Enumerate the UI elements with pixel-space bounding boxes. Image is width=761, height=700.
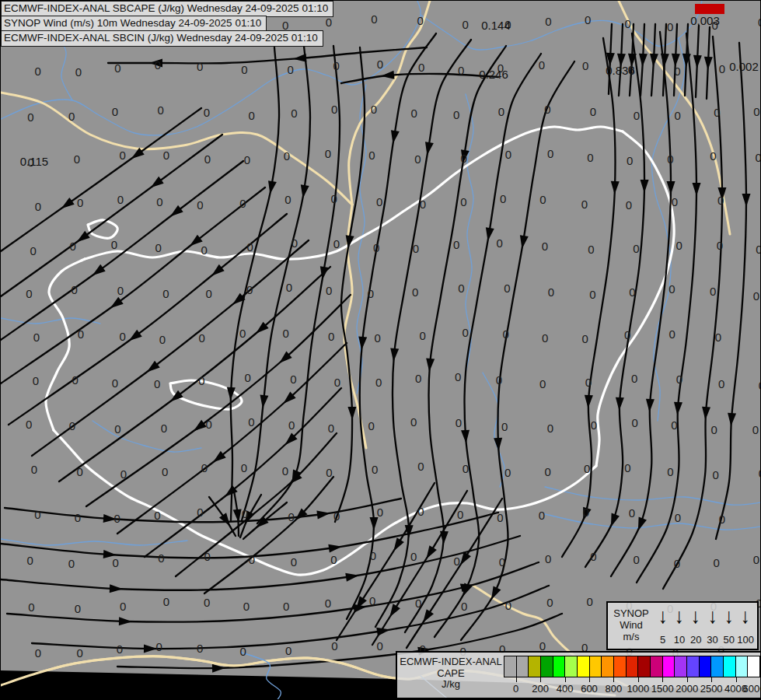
station-value-zero: 0 (585, 376, 592, 389)
streamline-arrowhead (423, 609, 434, 622)
station-value-zero: 0 (162, 465, 168, 478)
cape-color-cell (516, 656, 529, 677)
station-value-zero: 0 (752, 423, 759, 436)
wind-scale-entry: ↓30 (704, 604, 721, 647)
red-annotation-marker (695, 4, 724, 14)
station-value-zero: 0 (244, 371, 250, 384)
cape-color-cell (747, 656, 759, 677)
station-value-zero: 0 (241, 461, 247, 474)
cape-tick (540, 677, 541, 682)
station-value-zero: 0 (634, 109, 640, 122)
cape-color-cell (723, 656, 735, 677)
station-value-zero: 0 (326, 284, 332, 297)
station-value-zero: 0 (583, 506, 589, 519)
station-value-zero: 0 (246, 283, 253, 296)
wind-legend-line-synop: SYNOP (608, 607, 655, 619)
streamline-arrowhead (110, 297, 124, 308)
wind-streamline (7, 562, 539, 622)
station-value-zero: 0 (26, 287, 32, 300)
station-value-zero: 0 (629, 285, 635, 299)
station-value-zero: 0 (458, 282, 464, 295)
station-value-zero: 0 (417, 14, 424, 27)
wind-scale-value: 10 (674, 635, 685, 647)
station-value-zero: 0 (113, 512, 120, 525)
station-value-zero: 0 (676, 373, 682, 386)
station-value-zero: 0 (496, 373, 502, 387)
station-value-zero: 0 (240, 645, 246, 658)
station-value-zero: 0 (112, 376, 118, 390)
station-value-zero: 0 (71, 283, 77, 296)
station-value-zero: 0 (413, 242, 419, 255)
station-value-zero: 0 (242, 507, 248, 520)
station-value-zero: 0 (331, 639, 337, 653)
station-value-zero: 0 (368, 419, 374, 432)
streamline-arrowhead (639, 54, 648, 67)
station-value-zero: 0 (462, 18, 468, 31)
station-value-zero: 0 (633, 242, 639, 255)
streamline-arrowhead (638, 517, 647, 531)
station-value-label: 0.144 (481, 19, 511, 32)
wind-streamline (204, 477, 333, 593)
streamline-arrowhead (693, 183, 701, 196)
station-value-zero: 0 (542, 331, 548, 345)
station-value-zero: 0 (161, 422, 167, 435)
station-value-zero: 0 (34, 508, 40, 521)
station-value-zero: 0 (204, 596, 210, 609)
station-value-zero: 0 (206, 287, 212, 300)
station-value-zero: 0 (198, 374, 204, 387)
wind-legend-line-wind: Wind (608, 619, 655, 631)
station-value-zero: 0 (291, 555, 297, 569)
station-value-zero: 0 (497, 511, 503, 524)
station-value-zero: 0 (410, 550, 417, 563)
station-value-zero: 0 (326, 466, 332, 479)
wind-streamline (407, 499, 502, 648)
streamline-arrowhead (93, 264, 106, 275)
station-value-zero: 0 (325, 147, 331, 160)
cape-color-cell (553, 656, 565, 677)
station-value-zero: 0 (285, 193, 291, 206)
station-value-zero: 0 (591, 418, 597, 432)
streamline-arrowhead (426, 545, 437, 558)
down-arrow-icon: ↓ (707, 604, 717, 628)
station-value-zero: 0 (588, 243, 594, 256)
station-value-zero: 0 (544, 103, 550, 116)
streamline-arrowhead (61, 198, 75, 208)
station-value-zero: 0 (372, 463, 378, 476)
station-value-zero: 0 (581, 198, 588, 211)
station-value-zero: 0 (502, 327, 508, 341)
wind-streamline (716, 43, 746, 539)
streamline-arrowhead (742, 194, 751, 207)
station-value-zero: 0 (505, 599, 511, 612)
station-value-zero: 0 (377, 58, 383, 71)
cape-tick (736, 677, 737, 682)
station-value-zero: 0 (328, 330, 334, 343)
station-value-zero: 0 (197, 506, 203, 519)
station-value-zero: 0 (546, 596, 553, 609)
streamline-arrowhead (353, 604, 367, 613)
station-value-zero: 0 (201, 243, 207, 257)
cape-color-cell (626, 656, 638, 677)
station-value-zero: 0 (753, 105, 759, 118)
wind-streamline (435, 54, 541, 637)
streamline-arrowhead (611, 513, 620, 527)
station-value-zero: 0 (758, 16, 761, 29)
station-value-zero: 0 (328, 422, 334, 435)
cape-legend-label: ECMWF-INDEX-ANAL CAPE J/kg (399, 654, 503, 691)
station-value-zero: 0 (539, 509, 545, 522)
station-value-zero: 0 (453, 108, 459, 121)
cape-color-cell (686, 656, 699, 677)
station-value-zero: 0 (111, 238, 117, 251)
station-value-zero: 0 (582, 332, 588, 345)
station-value-zero: 0 (719, 62, 725, 75)
title-sbcin: ECMWF-INDEX-ANAL SBCIN (J/kg) Wednesday … (1, 30, 323, 47)
wind-scale-entry: ↓20 (688, 604, 704, 647)
station-value-zero: 0 (33, 374, 39, 387)
station-value-zero: 0 (239, 327, 246, 340)
streamline-arrowhead (381, 71, 394, 79)
station-value-zero: 0 (589, 288, 595, 301)
station-value-zero: 0 (498, 105, 504, 118)
station-value-zero: 0 (547, 147, 553, 160)
station-value-label: 0.002 (729, 60, 759, 73)
station-value-zero: 0 (30, 244, 36, 257)
streamline-map-canvas: 0000000000000000000000000000000000000000… (1, 1, 761, 700)
